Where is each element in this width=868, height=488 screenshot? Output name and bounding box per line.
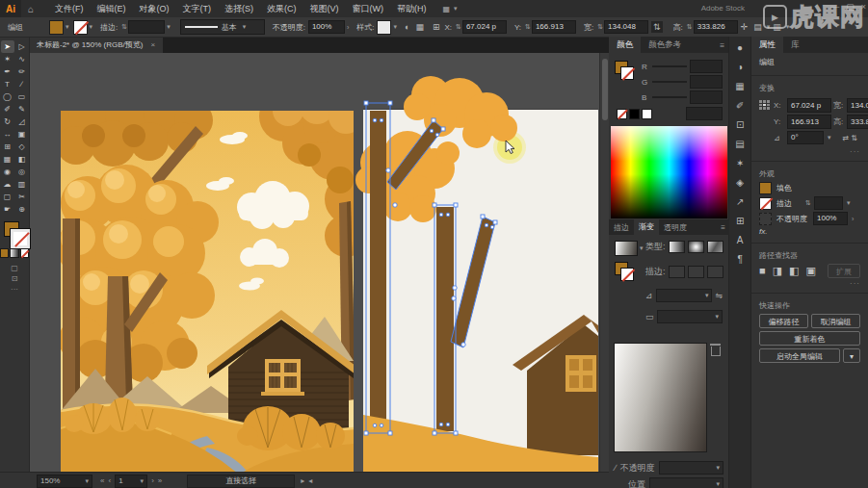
style-swatch[interactable] — [377, 20, 391, 35]
global-edit-dropdown[interactable]: ▾ — [843, 348, 860, 363]
paragraph-panel-icon[interactable]: ¶ — [737, 254, 742, 265]
stroke-color-swatch[interactable] — [73, 20, 88, 35]
chevron-down-icon[interactable]: ▾ — [66, 23, 69, 31]
shape-builder-tool[interactable]: ⊞ — [1, 141, 14, 153]
screen-mode-icon[interactable]: ⊡ — [0, 273, 29, 284]
fx-button[interactable]: fx. — [759, 227, 767, 236]
reference-point-locator[interactable] — [759, 96, 770, 146]
finished-illustration-artboard[interactable] — [39, 84, 381, 472]
x-stepper[interactable]: ⇅ — [456, 23, 461, 31]
home-icon[interactable]: ⌂ — [21, 4, 40, 14]
menu-item[interactable]: 编辑(E) — [91, 0, 133, 17]
freeform-gradient-button[interactable] — [707, 241, 723, 253]
stroke-swatch[interactable] — [621, 67, 633, 79]
opacity-field[interactable]: 100% — [308, 20, 345, 34]
menu-item[interactable]: 视图(V) — [303, 0, 346, 17]
fill-stroke-proxy[interactable] — [3, 221, 26, 244]
stroke-along-button[interactable] — [688, 266, 704, 278]
delete-stop-icon[interactable] — [711, 347, 721, 356]
chevron-down-icon[interactable]: ▾ — [767, 23, 771, 31]
close-tab-icon[interactable]: × — [150, 40, 155, 49]
appearance-panel-icon[interactable]: ▤ — [735, 139, 744, 149]
stroke-swatch[interactable] — [11, 229, 30, 248]
asset-export-panel-icon[interactable]: ↗ — [736, 196, 744, 207]
close-button[interactable]: × — [861, 2, 866, 12]
x-field[interactable]: 67.024 p — [462, 20, 507, 34]
swatches-panel-icon[interactable]: ▦ — [735, 81, 744, 91]
stroke-swatch[interactable] — [621, 269, 633, 280]
chevron-right-icon[interactable]: › — [347, 24, 349, 31]
pathfinder-minus-front-icon[interactable]: ◨ — [773, 265, 782, 277]
more-options-icon[interactable]: ··· — [759, 147, 860, 156]
constrain-proportions-icon[interactable]: ⇅ — [651, 21, 663, 33]
channel-track[interactable] — [652, 65, 687, 67]
artboard-number-select[interactable]: 1 ▾ — [115, 475, 147, 488]
fill-color-swatch[interactable] — [49, 20, 64, 35]
artboard-tool[interactable]: ▢ — [1, 191, 14, 203]
last-artboard-icon[interactable]: » — [158, 476, 162, 485]
gradient-slider[interactable] — [614, 343, 707, 452]
chevron-down-icon[interactable]: ▾ — [847, 199, 851, 207]
expand-button[interactable]: 扩展 — [828, 264, 860, 278]
direct-selection-tool[interactable]: ▷ — [15, 40, 29, 53]
height-field[interactable]: 333.826 — [847, 115, 868, 129]
scale-tool[interactable]: ◿ — [15, 116, 29, 128]
zoom-tool[interactable]: ⊕ — [15, 203, 29, 216]
zoom-level-select[interactable]: 150% ▾ — [37, 475, 92, 488]
pathfinder-unite-icon[interactable]: ■ — [759, 265, 766, 277]
color-panel-icon[interactable]: ● — [737, 42, 743, 53]
curvature-tool[interactable]: ✏ — [15, 65, 29, 78]
black-swatch[interactable] — [629, 109, 640, 119]
chevron-down-icon[interactable]: ▾ — [828, 134, 831, 141]
status-forward-icon[interactable]: ▸ — [301, 476, 304, 485]
chevron-down-icon[interactable]: ▾ — [90, 23, 93, 31]
tab-color[interactable]: 颜色 — [609, 37, 641, 53]
vertical-scrollbar[interactable] — [599, 53, 609, 472]
channel-track[interactable] — [652, 96, 687, 98]
graphic-styles-panel-icon[interactable]: ✶ — [736, 158, 744, 168]
channel-value-field[interactable] — [690, 60, 723, 73]
next-artboard-icon[interactable]: › — [151, 476, 154, 485]
toolbar-more-icon[interactable]: ··· — [0, 284, 29, 295]
pathfinder-exclude-icon[interactable]: ▣ — [805, 265, 815, 277]
tab-transparency[interactable]: 透明度 — [659, 222, 692, 233]
color-mode-button[interactable] — [0, 248, 9, 258]
rotation-field[interactable]: 0° — [787, 131, 824, 144]
free-transform-tool[interactable]: ▣ — [15, 128, 29, 141]
character-panel-icon[interactable]: A — [737, 235, 744, 245]
radial-gradient-button[interactable] — [688, 241, 704, 253]
blend-tool[interactable]: ◎ — [15, 166, 29, 178]
flip-vertical-icon[interactable]: ⇅ — [851, 134, 857, 142]
workspace-switcher[interactable]: ▦ ▾ — [443, 5, 458, 13]
menu-item[interactable]: 窗口(W) — [346, 0, 391, 17]
current-tool-indicator[interactable]: 直接选择 — [187, 475, 295, 488]
ungroup-button[interactable]: 取消编组 — [811, 314, 860, 328]
prev-artboard-icon[interactable]: ‹ — [108, 476, 111, 485]
draw-mode-icon[interactable]: ▢ — [0, 263, 29, 273]
channel-track[interactable] — [652, 81, 687, 83]
brushes-panel-icon[interactable]: ✐ — [736, 100, 744, 111]
document-tab[interactable]: 未标题-2* @ 150% (RGB/预览) × — [29, 37, 163, 53]
fill-swatch[interactable] — [759, 182, 772, 194]
menu-item[interactable]: 文字(T) — [176, 0, 219, 17]
reference-point-icon[interactable]: ⊞ — [433, 22, 440, 32]
wip-illustration-artboard[interactable] — [355, 76, 598, 472]
stroke-across-button[interactable] — [707, 266, 723, 278]
maximize-button[interactable]: ▢ — [846, 2, 855, 12]
line-segment-tool[interactable]: ∕ — [15, 78, 29, 90]
aspect-field[interactable]: ▾ — [657, 310, 723, 323]
stroke-width-field[interactable] — [814, 196, 843, 210]
preferences-grid-icon[interactable]: ▦ — [415, 22, 424, 32]
status-back-icon[interactable]: ◂ — [308, 476, 312, 485]
transform-options-icon[interactable]: ✛ — [741, 22, 749, 32]
stop-opacity-field[interactable]: ▾ — [659, 461, 723, 475]
canvas-area[interactable] — [29, 53, 609, 472]
perspective-grid-tool[interactable]: ◇ — [15, 141, 29, 153]
wip-trunk-middle[interactable] — [436, 207, 454, 431]
panel-menu-icon[interactable]: ≡ — [721, 223, 725, 232]
gradient-swatch[interactable] — [615, 241, 638, 256]
gradient-mode-button[interactable] — [10, 248, 18, 258]
selection-tool[interactable]: ➤ — [1, 40, 14, 53]
lasso-tool[interactable]: ∿ — [15, 53, 29, 65]
adobe-stock-search[interactable]: Adobe Stock — [701, 4, 745, 13]
